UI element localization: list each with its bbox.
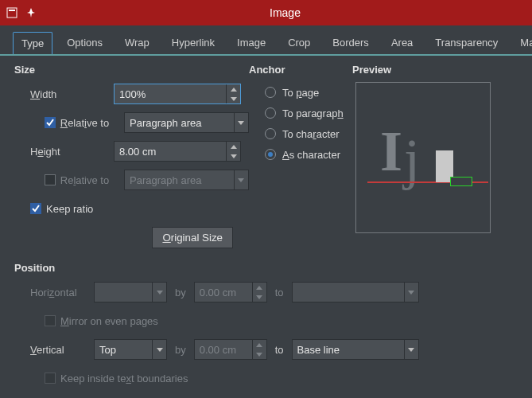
- tab-options[interactable]: Options: [59, 32, 111, 54]
- horizontal-to-combo: [292, 282, 419, 302]
- anchor-to-character-label: To character: [282, 128, 340, 140]
- width-spin-arrows: [226, 84, 240, 103]
- position-heading: Position: [14, 262, 518, 274]
- chevron-up-icon: [253, 340, 266, 349]
- tab-image[interactable]: Image: [229, 32, 274, 54]
- chevron-down-icon: [152, 340, 166, 359]
- keep-ratio-checkbox[interactable]: [30, 203, 41, 214]
- tab-area[interactable]: Area: [383, 32, 421, 54]
- relative-width-combo[interactable]: Paragraph area: [124, 112, 249, 133]
- keep-ratio-label: Keep ratio: [46, 203, 93, 215]
- height-spin-arrows: [226, 142, 240, 161]
- chevron-up-icon[interactable]: [227, 84, 240, 94]
- chevron-down-icon: [404, 340, 418, 359]
- chevron-up-icon: [253, 283, 266, 292]
- height-label: Height: [30, 146, 114, 158]
- relative-width-checkbox[interactable]: [45, 117, 56, 128]
- anchor-heading: Anchor: [249, 64, 352, 76]
- preview-heading: Preview: [352, 64, 518, 76]
- vertical-combo[interactable]: Top: [94, 339, 167, 360]
- preview-glyph-i: I: [380, 123, 402, 180]
- relative-height-label: Relative to: [60, 174, 124, 186]
- anchor-as-character-radio[interactable]: [265, 149, 276, 160]
- app-menu-icon[interactable]: [6, 7, 17, 18]
- tab-wrap[interactable]: Wrap: [117, 32, 157, 54]
- tab-transparency[interactable]: Transparency: [427, 32, 506, 54]
- horizontal-to-label: to: [275, 287, 284, 298]
- chevron-down-icon: [404, 283, 418, 302]
- tab-strip: Type Options Wrap Hyperlink Image Crop B…: [0, 25, 532, 56]
- mirror-checkbox: [45, 315, 56, 326]
- width-spin[interactable]: 100%: [114, 84, 241, 104]
- chevron-down-icon: [234, 170, 248, 189]
- chevron-down-icon[interactable]: [227, 151, 240, 161]
- width-value: 100%: [119, 88, 226, 100]
- titlebar: Image: [0, 0, 532, 25]
- anchor-as-character-label: As character: [282, 149, 340, 161]
- anchor-to-page-label: To page: [282, 87, 319, 99]
- tab-crop[interactable]: Crop: [280, 32, 318, 54]
- vertical-label: Vertical: [30, 344, 94, 356]
- tab-type[interactable]: Type: [13, 32, 52, 54]
- horizontal-label: Horizontal: [30, 287, 94, 298]
- anchor-to-character-radio[interactable]: [265, 128, 276, 139]
- width-label: Width: [30, 88, 114, 100]
- window-title: Image: [45, 6, 526, 19]
- vertical-by-spin: 0.00 cm: [194, 339, 267, 360]
- chevron-down-icon: [234, 113, 248, 132]
- tab-macro[interactable]: Macro: [512, 32, 532, 54]
- relative-width-label: Relative to: [60, 117, 124, 129]
- anchor-to-page-radio[interactable]: [265, 87, 276, 98]
- pin-icon[interactable]: [25, 7, 37, 18]
- mirror-label: Mirror on even pages: [60, 315, 158, 327]
- chevron-down-icon: [253, 292, 266, 302]
- svg-rect-1: [9, 10, 15, 11]
- keep-inside-label: Keep inside text boundaries: [60, 373, 188, 384]
- tab-hyperlink[interactable]: Hyperlink: [164, 32, 223, 54]
- vertical-by-label: by: [175, 344, 186, 356]
- vertical-to-label: to: [275, 344, 284, 356]
- height-value: 8.00 cm: [119, 146, 226, 158]
- size-heading: Size: [14, 64, 249, 76]
- preview-glyph-j: j: [404, 131, 420, 188]
- vertical-to-combo[interactable]: Base line: [292, 339, 419, 360]
- relative-height-checkbox[interactable]: [45, 174, 56, 185]
- horizontal-combo: [94, 282, 167, 302]
- chevron-down-icon: [152, 283, 166, 302]
- chevron-down-icon[interactable]: [227, 94, 240, 103]
- chevron-up-icon[interactable]: [227, 142, 240, 151]
- keep-inside-checkbox: [45, 373, 56, 384]
- svg-rect-0: [7, 8, 17, 18]
- original-size-button[interactable]: Original Size: [152, 227, 233, 248]
- horizontal-by-spin: 0.00 cm: [194, 282, 267, 302]
- preview-selection-frame: [450, 177, 472, 186]
- height-spin[interactable]: 8.00 cm: [114, 141, 241, 162]
- horizontal-by-label: by: [175, 287, 186, 298]
- anchor-to-paragraph-radio[interactable]: [265, 107, 276, 119]
- relative-height-combo: Paragraph area: [124, 170, 249, 190]
- tab-borders[interactable]: Borders: [324, 32, 377, 54]
- preview-box: I j: [355, 82, 491, 233]
- chevron-down-icon: [253, 349, 266, 359]
- anchor-to-paragraph-label: To paragraph: [282, 107, 344, 119]
